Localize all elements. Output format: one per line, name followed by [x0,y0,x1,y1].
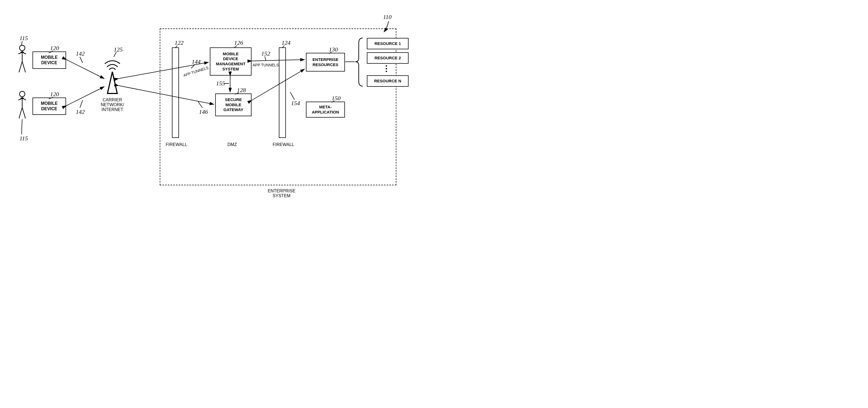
ref-link-mdm-smg: 155 [216,80,225,87]
diagram-canvas: 110 115 115 120 MOBILE DEVICE 120 MOBILE… [5,5,439,209]
app-tunnels-right: APP TUNNELS [253,63,279,67]
ref-er: 130 [329,46,338,53]
resource-1: RESOURCE 1 [367,38,408,49]
ref-link-fw-mdm: 144 [192,58,200,65]
ref-link-smg-er: 154 [291,100,300,107]
firewall-left [172,48,179,138]
svg-point-1 [20,91,25,97]
mdm-box: MOBILE DEVICE MANAGEMENT SYSTEM [210,48,251,76]
carrier-label: CARRIER NETWORK/ INTERNET [95,97,130,112]
er-box: ENTERPRISE RESOURCES [306,53,345,71]
ref-smg: 128 [237,87,246,94]
ref-user-bottom: 115 [20,135,28,142]
enterprise-system-label: ENTERPRISE SYSTEM [264,188,299,198]
resource-2: RESOURCE 2 [367,52,408,64]
smg-box: SECURE MOBILE GATEWAY [215,93,251,116]
ref-tower: 125 [114,46,123,53]
resource-dots: ••• [385,64,388,72]
ref-link-dev-bottom: 142 [76,108,85,115]
ref-system: 110 [383,13,392,21]
dmz-label: DMZ [227,142,237,147]
mobile-device-bottom: MOBILE DEVICE [32,97,66,115]
ref-link-dev-top: 142 [76,50,85,57]
ref-link-fw-smg: 146 [199,108,208,115]
ref-device-bottom: 120 [50,91,59,98]
ref-fw-right: 124 [282,39,290,46]
firewall-left-label: FIREWALL [166,142,187,147]
svg-point-0 [20,45,25,51]
ref-meta: 150 [332,95,341,102]
ref-fw-left: 122 [175,39,184,46]
ref-device-top: 120 [50,45,59,52]
ref-user-top: 115 [20,35,28,42]
firewall-right [279,48,286,138]
resource-n: RESOURCE N [367,75,408,87]
ref-mdm: 126 [234,39,243,46]
mobile-device-top: MOBILE DEVICE [32,52,66,69]
meta-box: META- APPLICATION [306,101,345,118]
ref-link-mdm-er: 152 [261,50,270,57]
firewall-right-label: FIREWALL [273,142,294,147]
enterprise-system-container [160,28,396,185]
svg-line-2 [66,60,104,79]
